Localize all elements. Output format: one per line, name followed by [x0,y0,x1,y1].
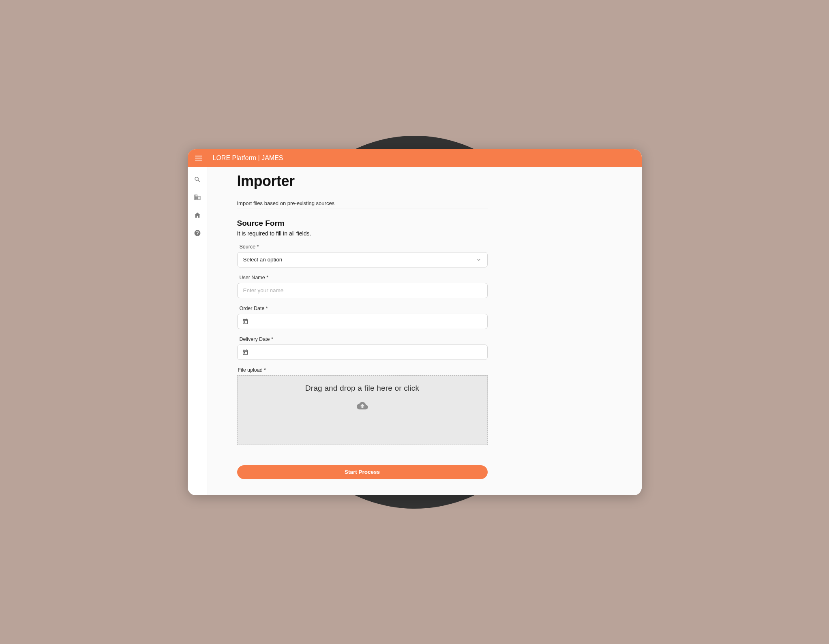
dropzone-text: Drag and drop a file here or click [305,384,419,393]
source-select[interactable]: Select an option [237,252,488,267]
section-help: It is required to fill in all fields. [237,230,617,237]
page-subtitle: Import files based on pre-existing sourc… [237,200,488,208]
section-title: Source Form [237,219,617,228]
username-input-wrapper [237,283,488,298]
field-label-order-date: Order Date * [237,306,488,311]
page-title: Importer [237,173,617,190]
cloud-upload-icon [355,400,370,413]
business-icon[interactable] [191,190,204,204]
field-label-username: User Name * [237,275,488,280]
field-label-delivery-date: Delivery Date * [237,336,488,342]
top-bar: LORE Platform | JAMES [188,149,642,167]
menu-icon[interactable] [195,156,202,160]
sidebar [188,167,208,495]
app-window: LORE Platform | JAMES Importer Import fi… [188,149,642,495]
order-date-input[interactable] [237,314,488,329]
file-dropzone[interactable]: Drag and drop a file here or click [237,375,488,445]
search-icon[interactable] [191,173,204,186]
source-select-value: Select an option [243,257,283,263]
home-icon[interactable] [191,208,204,222]
app-title: LORE Platform | JAMES [213,154,283,162]
start-process-button[interactable]: Start Process [237,465,488,479]
field-source: Source * Select an option [237,244,488,267]
field-username: User Name * [237,275,488,298]
field-label-file-upload: File upload * [237,367,488,373]
username-input[interactable] [243,287,482,293]
calendar-icon [242,318,249,325]
main-content: Importer Import files based on pre-exist… [208,167,642,495]
field-order-date: Order Date * [237,306,488,329]
field-file-upload: File upload * Drag and drop a file here … [237,367,488,445]
chevron-down-icon [476,257,482,263]
field-label-source: Source * [237,244,488,250]
help-icon[interactable] [191,226,204,240]
delivery-date-input[interactable] [237,344,488,360]
calendar-icon [242,349,249,356]
field-delivery-date: Delivery Date * [237,336,488,360]
